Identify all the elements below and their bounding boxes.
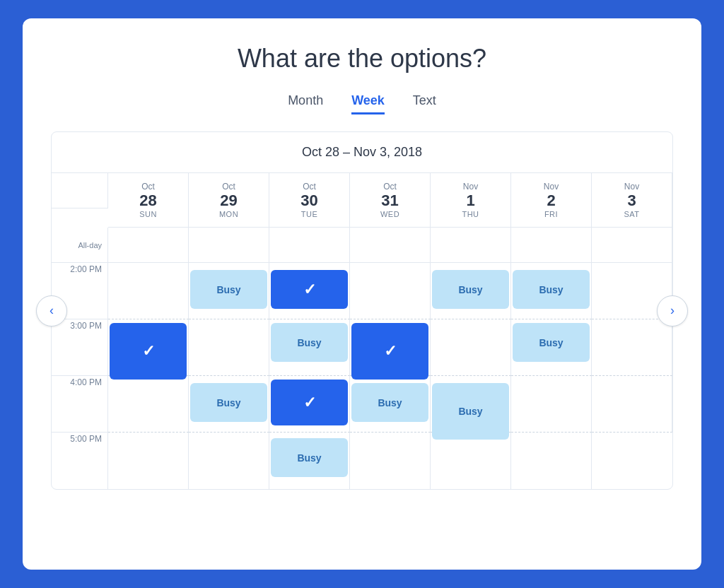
page-title: What are the options? bbox=[51, 44, 673, 74]
cell-3pm-sun[interactable]: ✓ bbox=[108, 319, 189, 376]
cell-4pm-thu[interactable]: Busy bbox=[431, 376, 511, 433]
tab-bar: Month Week Text bbox=[51, 93, 673, 114]
checkmark-icon: ✓ bbox=[303, 394, 316, 412]
day-header-mon: Oct 29 MON bbox=[189, 173, 269, 228]
cell-3pm-tue[interactable]: Busy bbox=[269, 319, 350, 376]
cell-2pm-thu[interactable]: Busy bbox=[431, 263, 511, 319]
corner-cell bbox=[52, 173, 108, 208]
day-header-wed: Oct 31 WED bbox=[350, 173, 431, 228]
busy-label: Busy bbox=[539, 284, 563, 295]
cell-5pm-thu[interactable] bbox=[431, 433, 511, 489]
cell-5pm-sun[interactable] bbox=[108, 433, 189, 489]
event-selected-3pm-wed[interactable]: ✓ bbox=[351, 323, 428, 380]
cell-3pm-wed[interactable]: ✓ bbox=[350, 319, 431, 376]
event-busy-3pm-fri[interactable]: Busy bbox=[513, 323, 590, 362]
event-selected-2pm-tue[interactable]: ✓ bbox=[271, 270, 348, 309]
event-selected-4pm-tue[interactable]: ✓ bbox=[271, 380, 348, 425]
cell-4pm-mon[interactable]: Busy bbox=[189, 376, 269, 433]
cell-3pm-thu[interactable] bbox=[431, 319, 511, 376]
day-header-sun: Oct 28 SUN bbox=[108, 173, 189, 228]
busy-label: Busy bbox=[297, 337, 321, 348]
busy-label: Busy bbox=[458, 406, 482, 417]
cell-4pm-fri[interactable] bbox=[511, 376, 592, 433]
event-busy-4pm-mon[interactable]: Busy bbox=[190, 383, 267, 422]
event-busy-2pm-mon[interactable]: Busy bbox=[190, 270, 267, 309]
busy-label: Busy bbox=[539, 337, 563, 348]
cell-4pm-sat[interactable] bbox=[592, 376, 672, 433]
cell-4pm-wed[interactable]: Busy bbox=[350, 376, 431, 433]
cell-2pm-fri[interactable]: Busy bbox=[511, 263, 592, 319]
cell-5pm-fri[interactable] bbox=[511, 433, 592, 489]
calendar-grid: Oct 28 SUN Oct 29 MON Oct 30 TUE Oct 31 … bbox=[52, 173, 672, 489]
tab-month[interactable]: Month bbox=[288, 93, 323, 114]
cell-4pm-tue[interactable]: ✓ bbox=[269, 376, 350, 433]
checkmark-icon: ✓ bbox=[384, 342, 397, 360]
event-selected-3pm-sun[interactable]: ✓ bbox=[110, 323, 187, 380]
event-busy-2pm-fri[interactable]: Busy bbox=[513, 270, 590, 309]
busy-label: Busy bbox=[297, 452, 321, 464]
cell-3pm-fri[interactable]: Busy bbox=[511, 319, 592, 376]
event-busy-3pm-tue[interactable]: Busy bbox=[271, 323, 348, 362]
tab-week[interactable]: Week bbox=[351, 93, 385, 114]
calendar-wrapper: ‹ › Oct 28 – Nov 3, 2018 Oct 28 SUN Oct … bbox=[51, 131, 673, 490]
event-busy-5pm-tue[interactable]: Busy bbox=[271, 438, 348, 477]
cell-5pm-tue[interactable]: Busy bbox=[269, 433, 350, 489]
checkmark-icon: ✓ bbox=[303, 281, 316, 299]
allday-mon bbox=[189, 228, 269, 263]
event-busy-4pm-wed[interactable]: Busy bbox=[351, 383, 428, 422]
cell-5pm-mon[interactable] bbox=[189, 433, 269, 489]
cell-3pm-sat[interactable] bbox=[592, 319, 672, 376]
event-busy-2pm-thu[interactable]: Busy bbox=[432, 270, 509, 309]
allday-fri bbox=[511, 228, 592, 263]
main-container: What are the options? Month Week Text ‹ … bbox=[23, 18, 701, 570]
chevron-right-icon: › bbox=[670, 303, 675, 318]
cell-5pm-sat[interactable] bbox=[592, 433, 672, 489]
day-header-thu: Nov 1 THU bbox=[431, 173, 511, 228]
cell-3pm-mon[interactable] bbox=[189, 319, 269, 376]
event-busy-4pm-thu[interactable]: Busy bbox=[432, 383, 509, 440]
busy-label: Busy bbox=[216, 397, 240, 408]
calendar-range: Oct 28 – Nov 3, 2018 bbox=[52, 132, 672, 173]
allday-tue bbox=[269, 228, 350, 263]
day-header-tue: Oct 30 TUE bbox=[269, 173, 350, 228]
next-button[interactable]: › bbox=[657, 295, 688, 327]
time-label-4pm: 4:00 PM bbox=[52, 376, 108, 433]
tab-text[interactable]: Text bbox=[413, 93, 436, 114]
checkmark-icon: ✓ bbox=[142, 342, 155, 360]
allday-sat bbox=[592, 228, 672, 263]
cell-2pm-tue[interactable]: ✓ bbox=[269, 263, 350, 319]
cell-2pm-mon[interactable]: Busy bbox=[189, 263, 269, 319]
prev-button[interactable]: ‹ bbox=[36, 295, 67, 327]
cell-4pm-sun[interactable] bbox=[108, 376, 189, 433]
allday-label: All-day bbox=[52, 228, 108, 263]
busy-label: Busy bbox=[216, 284, 240, 295]
allday-wed bbox=[350, 228, 431, 263]
allday-thu bbox=[431, 228, 511, 263]
busy-label: Busy bbox=[458, 284, 482, 295]
day-header-fri: Nov 2 FRI bbox=[511, 173, 592, 228]
cell-5pm-wed[interactable] bbox=[350, 433, 431, 489]
allday-sun bbox=[108, 228, 189, 263]
busy-label: Busy bbox=[378, 397, 402, 408]
time-label-3pm: 3:00 PM bbox=[52, 319, 108, 376]
chevron-left-icon: ‹ bbox=[49, 303, 54, 318]
cell-2pm-wed[interactable] bbox=[350, 263, 431, 319]
cell-2pm-sun[interactable] bbox=[108, 263, 189, 319]
day-header-sat: Nov 3 SAT bbox=[592, 173, 672, 228]
time-label-5pm: 5:00 PM bbox=[52, 433, 108, 489]
